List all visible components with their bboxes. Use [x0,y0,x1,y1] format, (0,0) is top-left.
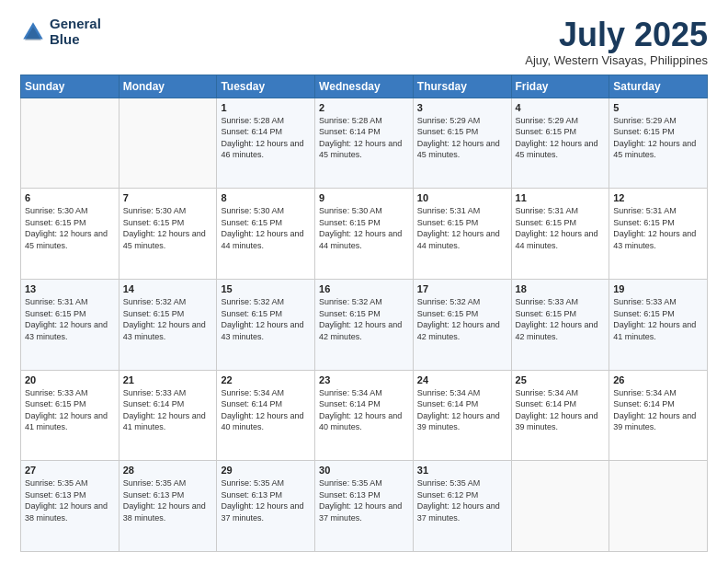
calendar-cell: 31Sunrise: 5:35 AM Sunset: 6:12 PM Dayli… [413,461,511,552]
calendar-cell [119,98,217,189]
day-info: Sunrise: 5:28 AM Sunset: 6:14 PM Dayligh… [221,115,311,161]
day-info: Sunrise: 5:34 AM Sunset: 6:14 PM Dayligh… [417,387,507,433]
weekday-header-saturday: Saturday [609,75,708,98]
day-info: Sunrise: 5:30 AM Sunset: 6:15 PM Dayligh… [25,205,115,251]
day-info: Sunrise: 5:30 AM Sunset: 6:15 PM Dayligh… [123,205,213,251]
calendar-cell: 11Sunrise: 5:31 AM Sunset: 6:15 PM Dayli… [511,189,609,280]
day-number: 11 [516,192,606,203]
calendar-cell: 6Sunrise: 5:30 AM Sunset: 6:15 PM Daylig… [21,189,119,280]
calendar-cell: 7Sunrise: 5:30 AM Sunset: 6:15 PM Daylig… [119,189,217,280]
weekday-header-thursday: Thursday [413,75,511,98]
day-info: Sunrise: 5:29 AM Sunset: 6:15 PM Dayligh… [613,115,703,161]
day-number: 4 [516,102,606,113]
calendar-cell: 15Sunrise: 5:32 AM Sunset: 6:15 PM Dayli… [217,279,315,370]
calendar-cell: 28Sunrise: 5:35 AM Sunset: 6:13 PM Dayli… [119,461,217,552]
calendar-cell [21,98,119,189]
day-number: 5 [613,102,703,113]
day-number: 18 [516,283,606,294]
day-number: 2 [319,102,409,113]
header: General Blue July 2025 Ajuy, Western Vis… [20,17,708,67]
calendar-cell: 22Sunrise: 5:34 AM Sunset: 6:14 PM Dayli… [217,370,315,461]
calendar-cell [511,461,609,552]
day-number: 13 [25,283,115,294]
weekday-header-row: SundayMondayTuesdayWednesdayThursdayFrid… [21,75,708,98]
day-info: Sunrise: 5:32 AM Sunset: 6:15 PM Dayligh… [319,296,409,342]
day-info: Sunrise: 5:34 AM Sunset: 6:14 PM Dayligh… [319,387,409,433]
day-info: Sunrise: 5:33 AM Sunset: 6:15 PM Dayligh… [516,296,606,342]
day-info: Sunrise: 5:34 AM Sunset: 6:14 PM Dayligh… [613,387,703,433]
calendar-cell: 20Sunrise: 5:33 AM Sunset: 6:15 PM Dayli… [21,370,119,461]
calendar-week-row: 6Sunrise: 5:30 AM Sunset: 6:15 PM Daylig… [21,189,708,280]
day-number: 17 [417,283,507,294]
day-number: 7 [123,192,213,203]
day-number: 27 [25,465,115,476]
weekday-header-wednesday: Wednesday [315,75,414,98]
day-info: Sunrise: 5:35 AM Sunset: 6:12 PM Dayligh… [417,477,507,523]
day-info: Sunrise: 5:31 AM Sunset: 6:15 PM Dayligh… [516,205,606,251]
calendar-header: SundayMondayTuesdayWednesdayThursdayFrid… [21,75,708,98]
day-number: 3 [417,102,507,113]
calendar-week-row: 27Sunrise: 5:35 AM Sunset: 6:13 PM Dayli… [21,461,708,552]
day-number: 8 [221,192,311,203]
day-number: 9 [319,192,409,203]
day-number: 25 [516,374,606,385]
calendar-cell: 24Sunrise: 5:34 AM Sunset: 6:14 PM Dayli… [413,370,511,461]
calendar-cell: 3Sunrise: 5:29 AM Sunset: 6:15 PM Daylig… [413,98,511,189]
day-info: Sunrise: 5:30 AM Sunset: 6:15 PM Dayligh… [319,205,409,251]
calendar-cell: 5Sunrise: 5:29 AM Sunset: 6:15 PM Daylig… [609,98,708,189]
day-number: 19 [613,283,703,294]
day-info: Sunrise: 5:31 AM Sunset: 6:15 PM Dayligh… [25,296,115,342]
calendar-table: SundayMondayTuesdayWednesdayThursdayFrid… [20,75,708,552]
day-number: 12 [613,192,703,203]
calendar-cell: 13Sunrise: 5:31 AM Sunset: 6:15 PM Dayli… [21,279,119,370]
calendar-cell: 10Sunrise: 5:31 AM Sunset: 6:15 PM Dayli… [413,189,511,280]
logo-icon [20,19,46,45]
day-number: 15 [221,283,311,294]
day-info: Sunrise: 5:35 AM Sunset: 6:13 PM Dayligh… [221,477,311,523]
page: General Blue July 2025 Ajuy, Western Vis… [0,0,728,563]
logo-text: General Blue [50,17,101,47]
calendar-cell: 19Sunrise: 5:33 AM Sunset: 6:15 PM Dayli… [609,279,708,370]
day-number: 30 [319,465,409,476]
weekday-header-sunday: Sunday [21,75,119,98]
calendar-cell: 18Sunrise: 5:33 AM Sunset: 6:15 PM Dayli… [511,279,609,370]
day-number: 28 [123,465,213,476]
calendar-week-row: 13Sunrise: 5:31 AM Sunset: 6:15 PM Dayli… [21,279,708,370]
calendar-cell: 30Sunrise: 5:35 AM Sunset: 6:13 PM Dayli… [315,461,414,552]
weekday-header-monday: Monday [119,75,217,98]
day-info: Sunrise: 5:32 AM Sunset: 6:15 PM Dayligh… [123,296,213,342]
title-block: July 2025 Ajuy, Western Visayas, Philipp… [525,17,708,67]
calendar-cell: 26Sunrise: 5:34 AM Sunset: 6:14 PM Dayli… [609,370,708,461]
calendar-cell: 29Sunrise: 5:35 AM Sunset: 6:13 PM Dayli… [217,461,315,552]
day-number: 10 [417,192,507,203]
calendar-cell: 1Sunrise: 5:28 AM Sunset: 6:14 PM Daylig… [217,98,315,189]
day-number: 22 [221,374,311,385]
day-number: 1 [221,102,311,113]
calendar-week-row: 20Sunrise: 5:33 AM Sunset: 6:15 PM Dayli… [21,370,708,461]
day-info: Sunrise: 5:33 AM Sunset: 6:15 PM Dayligh… [25,387,115,433]
weekday-header-friday: Friday [511,75,609,98]
calendar-cell: 14Sunrise: 5:32 AM Sunset: 6:15 PM Dayli… [119,279,217,370]
calendar-cell: 23Sunrise: 5:34 AM Sunset: 6:14 PM Dayli… [315,370,414,461]
calendar-cell: 17Sunrise: 5:32 AM Sunset: 6:15 PM Dayli… [413,279,511,370]
day-info: Sunrise: 5:35 AM Sunset: 6:13 PM Dayligh… [25,477,115,523]
day-info: Sunrise: 5:33 AM Sunset: 6:15 PM Dayligh… [613,296,703,342]
calendar-cell: 27Sunrise: 5:35 AM Sunset: 6:13 PM Dayli… [21,461,119,552]
day-number: 21 [123,374,213,385]
day-number: 29 [221,465,311,476]
day-info: Sunrise: 5:32 AM Sunset: 6:15 PM Dayligh… [221,296,311,342]
day-number: 6 [25,192,115,203]
day-number: 23 [319,374,409,385]
day-info: Sunrise: 5:33 AM Sunset: 6:14 PM Dayligh… [123,387,213,433]
day-number: 14 [123,283,213,294]
day-info: Sunrise: 5:31 AM Sunset: 6:15 PM Dayligh… [613,205,703,251]
calendar-cell: 21Sunrise: 5:33 AM Sunset: 6:14 PM Dayli… [119,370,217,461]
calendar-cell: 4Sunrise: 5:29 AM Sunset: 6:15 PM Daylig… [511,98,609,189]
calendar-cell: 8Sunrise: 5:30 AM Sunset: 6:15 PM Daylig… [217,189,315,280]
calendar-cell: 2Sunrise: 5:28 AM Sunset: 6:14 PM Daylig… [315,98,414,189]
calendar-cell: 16Sunrise: 5:32 AM Sunset: 6:15 PM Dayli… [315,279,414,370]
calendar-cell: 25Sunrise: 5:34 AM Sunset: 6:14 PM Dayli… [511,370,609,461]
day-info: Sunrise: 5:34 AM Sunset: 6:14 PM Dayligh… [221,387,311,433]
day-number: 20 [25,374,115,385]
day-number: 26 [613,374,703,385]
